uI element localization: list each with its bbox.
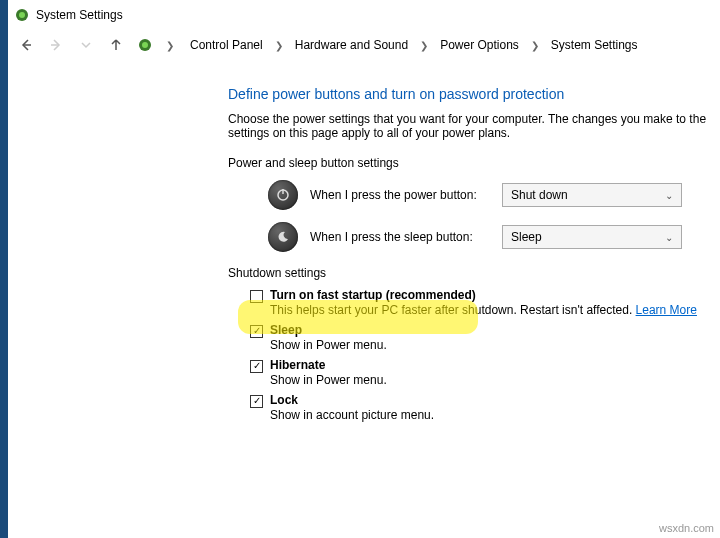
- window-edge: [0, 0, 8, 538]
- power-button-label: When I press the power button:: [310, 188, 490, 202]
- page-description: Choose the power settings that you want …: [228, 112, 720, 140]
- option-sub-text: This helps start your PC faster after sh…: [270, 303, 632, 317]
- section-heading-shutdown: Shutdown settings: [228, 266, 720, 280]
- titlebar: System Settings: [8, 0, 720, 30]
- option-hibernate: Hibernate Show in Power menu.: [228, 358, 720, 387]
- option-sub: Show in Power menu.: [270, 338, 720, 352]
- back-button[interactable]: [14, 33, 38, 57]
- breadcrumb-item[interactable]: Control Panel: [184, 34, 269, 56]
- option-label: Turn on fast startup (recommended): [270, 288, 720, 302]
- breadcrumb-item[interactable]: System Settings: [545, 34, 644, 56]
- checkbox-hibernate[interactable]: [250, 360, 263, 373]
- chevron-down-icon: ⌄: [665, 190, 673, 201]
- recent-dropdown-button[interactable]: [74, 33, 98, 57]
- option-label: Sleep: [270, 323, 720, 337]
- learn-more-link[interactable]: Learn More: [636, 303, 697, 317]
- window: System Settings ❯ Control Panel ❯ Hardwa…: [8, 0, 720, 538]
- breadcrumb-item[interactable]: Power Options: [434, 34, 525, 56]
- option-fast-startup: Turn on fast startup (recommended) This …: [228, 288, 720, 317]
- option-sub: Show in Power menu.: [270, 373, 720, 387]
- checkbox-sleep[interactable]: [250, 325, 263, 338]
- up-button[interactable]: [104, 33, 128, 57]
- option-sub: Show in account picture menu.: [270, 408, 720, 422]
- chevron-right-icon: ❯: [527, 40, 543, 51]
- option-sub: This helps start your PC faster after sh…: [270, 303, 720, 317]
- sleep-button-label: When I press the sleep button:: [310, 230, 490, 244]
- sleep-button-row: When I press the sleep button: Sleep ⌄: [268, 222, 720, 252]
- checkbox-fast-startup[interactable]: [250, 290, 263, 303]
- dropdown-value: Shut down: [511, 188, 568, 202]
- svg-point-1: [19, 12, 25, 18]
- option-label: Lock: [270, 393, 720, 407]
- chevron-right-icon: ❯: [271, 40, 287, 51]
- breadcrumb: Control Panel ❯ Hardware and Sound ❯ Pow…: [184, 34, 644, 56]
- navbar: ❯ Control Panel ❯ Hardware and Sound ❯ P…: [8, 30, 720, 60]
- svg-point-5: [142, 42, 148, 48]
- checkbox-lock[interactable]: [250, 395, 263, 408]
- option-sleep: Sleep Show in Power menu.: [228, 323, 720, 352]
- forward-button[interactable]: [44, 33, 68, 57]
- chevron-right-icon: ❯: [416, 40, 432, 51]
- sleep-button-dropdown[interactable]: Sleep ⌄: [502, 225, 682, 249]
- power-button-dropdown[interactable]: Shut down ⌄: [502, 183, 682, 207]
- power-button-row: When I press the power button: Shut down…: [268, 180, 720, 210]
- option-lock: Lock Show in account picture menu.: [228, 393, 720, 422]
- app-icon: [14, 7, 30, 23]
- breadcrumb-item[interactable]: Hardware and Sound: [289, 34, 414, 56]
- chevron-down-icon: ⌄: [665, 232, 673, 243]
- section-heading-buttons: Power and sleep button settings: [228, 156, 720, 170]
- window-title: System Settings: [36, 8, 123, 22]
- dropdown-value: Sleep: [511, 230, 542, 244]
- location-icon: [136, 36, 154, 54]
- power-icon: [268, 180, 298, 210]
- watermark: wsxdn.com: [659, 522, 714, 534]
- page-title: Define power buttons and turn on passwor…: [228, 86, 720, 102]
- option-label: Hibernate: [270, 358, 720, 372]
- content: Define power buttons and turn on passwor…: [8, 60, 720, 538]
- sleep-icon: [268, 222, 298, 252]
- chevron-right-icon: ❯: [162, 40, 178, 51]
